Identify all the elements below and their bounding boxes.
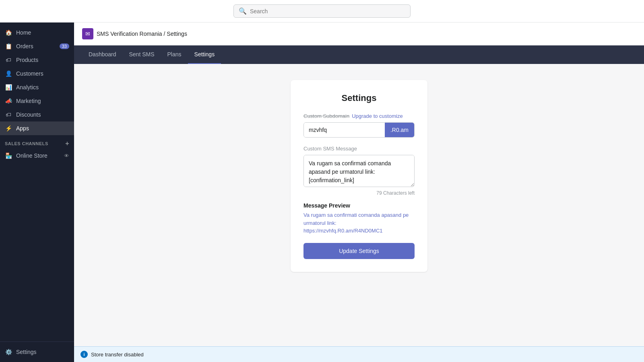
top-bar: 🔍	[0, 0, 644, 23]
sidebar-item-analytics[interactable]: 📊 Analytics	[0, 80, 74, 94]
search-icon: 🔍	[239, 7, 247, 15]
online-store-visibility-icon[interactable]: 👁	[64, 153, 69, 159]
discounts-icon: 🏷	[5, 111, 12, 118]
apps-icon: ⚡	[5, 125, 12, 132]
sidebar-item-label: Marketing	[16, 98, 41, 104]
store-transfer-banner: i Store transfer disabled	[74, 346, 644, 362]
sidebar-item-label: Orders	[16, 43, 33, 49]
preview-text: Va rugam sa confirmati comanda apasand p…	[303, 211, 415, 235]
tab-bar: Dashboard Sent SMS Plans Settings	[74, 45, 644, 64]
store-transfer-message: Store transfer disabled	[91, 352, 144, 358]
chars-left: 79 Characters left	[303, 190, 415, 196]
sms-message-textarea[interactable]	[303, 155, 415, 187]
subdomain-suffix[interactable]: .R0.am	[385, 123, 414, 137]
sidebar-nav: 🏠 Home 📋 Orders 33 🏷 Products 👤 Customer…	[0, 23, 74, 341]
sidebar-item-marketing[interactable]: 📣 Marketing	[0, 94, 74, 108]
sms-message-label: Custom SMS Message	[303, 146, 415, 152]
subdomain-input-row: .R0.am	[303, 122, 415, 138]
home-icon: 🏠	[5, 29, 12, 36]
add-sales-channel-icon[interactable]: +	[65, 140, 69, 147]
analytics-icon: 📊	[5, 84, 12, 91]
settings-title: Settings	[303, 93, 415, 103]
tab-dashboard[interactable]: Dashboard	[82, 45, 123, 64]
main-content: Settings Custom Subdomain Upgrade to cus…	[74, 64, 644, 346]
tab-settings[interactable]: Settings	[188, 45, 221, 64]
content-area: ✉ SMS Verification Romania / Settings Da…	[74, 23, 644, 362]
sidebar-item-label: Products	[16, 57, 38, 63]
tab-sent-sms[interactable]: Sent SMS	[123, 45, 161, 64]
preview-title: Message Preview	[303, 202, 415, 209]
sales-channels-label: SALES CHANNELS	[5, 141, 48, 146]
sidebar-item-orders[interactable]: 📋 Orders 33	[0, 39, 74, 53]
search-input[interactable]	[250, 8, 405, 14]
sales-channels-section: SALES CHANNELS +	[0, 135, 74, 149]
info-icon: i	[80, 351, 88, 358]
sidebar-item-settings[interactable]: ⚙️ Settings	[0, 345, 74, 359]
app-header-icon: ✉	[82, 28, 93, 39]
sidebar-item-customers[interactable]: 👤 Customers	[0, 67, 74, 80]
products-icon: 🏷	[5, 56, 12, 64]
main-layout: 🏠 Home 📋 Orders 33 🏷 Products 👤 Customer…	[0, 23, 644, 362]
sidebar-item-online-store[interactable]: 🏪 Online Store 👁	[0, 149, 74, 162]
sidebar-item-apps[interactable]: ⚡ Apps	[0, 121, 74, 135]
sidebar-item-label: Apps	[16, 125, 29, 132]
online-store-icon: 🏪	[5, 152, 12, 159]
sidebar-item-label: Analytics	[16, 84, 39, 90]
sidebar-item-label: Customers	[16, 70, 43, 77]
subdomain-input[interactable]	[304, 123, 385, 137]
marketing-icon: 📣	[5, 97, 12, 105]
breadcrumb-page: Settings	[167, 31, 187, 37]
subdomain-label-text: Custom Subdomain	[303, 113, 349, 119]
sidebar-item-discounts[interactable]: 🏷 Discounts	[0, 108, 74, 121]
customers-icon: 👤	[5, 70, 12, 77]
online-store-label: Online Store	[16, 152, 47, 159]
settings-card: Settings Custom Subdomain Upgrade to cus…	[291, 80, 427, 272]
subdomain-label-row: Custom Subdomain Upgrade to customize	[303, 113, 415, 119]
sidebar-settings-label: Settings	[16, 349, 37, 355]
orders-badge: 33	[60, 43, 69, 49]
update-settings-button[interactable]: Update Settings	[303, 243, 415, 259]
upgrade-link[interactable]: Upgrade to customize	[352, 113, 402, 119]
sidebar-item-home[interactable]: 🏠 Home	[0, 26, 74, 39]
sidebar: 🏠 Home 📋 Orders 33 🏷 Products 👤 Customer…	[0, 23, 74, 362]
search-bar[interactable]: 🔍	[233, 4, 411, 18]
app-breadcrumb: SMS Verification Romania / Settings	[97, 31, 187, 37]
orders-icon: 📋	[5, 43, 12, 50]
app-header: ✉ SMS Verification Romania / Settings	[74, 23, 644, 45]
app-name: SMS Verification Romania	[97, 31, 162, 37]
tab-plans[interactable]: Plans	[161, 45, 188, 64]
sidebar-bottom: ⚙️ Settings	[0, 341, 74, 362]
online-store-left: 🏪 Online Store	[5, 152, 47, 159]
sidebar-item-label: Discounts	[16, 111, 41, 118]
settings-icon: ⚙️	[5, 348, 12, 356]
sidebar-item-label: Home	[16, 29, 31, 36]
sidebar-item-products[interactable]: 🏷 Products	[0, 53, 74, 67]
